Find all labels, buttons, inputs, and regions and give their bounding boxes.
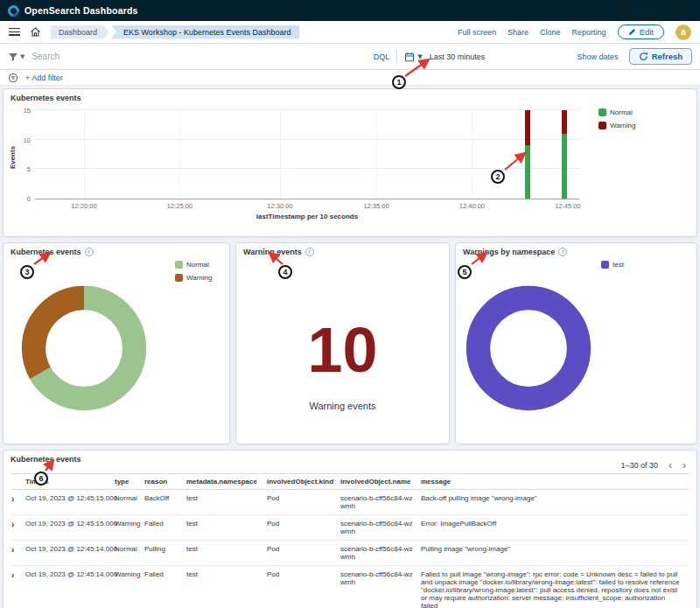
legend-label: Warning: [610, 122, 636, 129]
cell-type: Warning: [115, 566, 144, 608]
full-screen-link[interactable]: Full screen: [458, 28, 496, 37]
y-axis-title: Events: [9, 146, 17, 169]
expand-row-icon[interactable]: ›: [11, 570, 14, 580]
events-table-header-row: Time↓ type reason metadata.namespace inv…: [11, 474, 689, 490]
reporting-link[interactable]: Reporting: [572, 28, 606, 37]
cell-type: Normal: [115, 490, 144, 515]
filter-bar: + Add filter: [0, 70, 700, 86]
filter-icon: [8, 52, 18, 62]
pencil-icon: [628, 28, 636, 36]
date-picker-button[interactable]: ▼: [404, 52, 422, 62]
cell-kind: Pod: [267, 566, 340, 608]
x-tick-label: 12:25:00: [167, 202, 192, 210]
info-icon[interactable]: i: [85, 248, 94, 256]
legend-item-normal[interactable]: Normal: [175, 261, 213, 269]
legend-item-warning[interactable]: Warning: [175, 274, 213, 282]
cell-reason: Failed: [144, 566, 186, 608]
expand-row-icon[interactable]: ›: [11, 520, 14, 529]
edit-label: Edit: [640, 27, 654, 37]
expand-row-icon[interactable]: ›: [11, 545, 14, 555]
cell-time: Oct 19, 2023 @ 12:45:15.000: [25, 490, 115, 515]
y-tick-label: 15: [24, 107, 31, 115]
legend-item-normal[interactable]: Normal: [598, 108, 636, 116]
search-input[interactable]: [32, 52, 366, 61]
annotation-marker-3: 3: [20, 265, 34, 279]
app-brand: OpenSearch Dashboards: [24, 5, 138, 16]
legend-item-test[interactable]: test: [601, 261, 624, 269]
cell-namespace: test: [186, 541, 267, 566]
panel-title-text: Kubernetes events: [10, 455, 81, 464]
next-page-button[interactable]: ›: [682, 461, 686, 470]
x-tick-label: 12:30:00: [267, 202, 292, 210]
add-filter-button[interactable]: + Add filter: [25, 73, 63, 82]
dashboard-content: Kubernetes events Events lastTimestamp p…: [0, 86, 700, 608]
legend-label: Warning: [186, 274, 213, 282]
time-range-value[interactable]: Last 30 minutes: [430, 52, 486, 61]
clone-link[interactable]: Clone: [540, 28, 561, 37]
y-tick-label: 0: [27, 195, 31, 203]
y-tick-label: 5: [27, 165, 31, 173]
breadcrumb-dashboard[interactable]: Dashboard: [51, 25, 108, 39]
refresh-icon: [639, 52, 648, 61]
avatar[interactable]: a: [676, 24, 691, 40]
menu-icon[interactable]: [9, 28, 20, 36]
x-axis-title: lastTimestamp per 10 seconds: [256, 213, 358, 220]
info-icon[interactable]: i: [305, 248, 314, 256]
histogram-bar: [562, 110, 567, 199]
cell-reason: BackOff: [144, 490, 186, 515]
panel-title: Kubernetes events: [4, 89, 696, 107]
filters-menu-icon[interactable]: [8, 73, 18, 83]
header-metadata-namespace[interactable]: metadata.namespace: [186, 474, 267, 490]
legend-label: test: [612, 261, 624, 269]
histogram-plot: lastTimestamp per 10 seconds 05101512:20…: [35, 110, 579, 199]
cell-namespace: test: [186, 515, 267, 541]
refresh-button[interactable]: Refresh: [629, 48, 692, 65]
histogram-bar: [525, 110, 530, 199]
header-reason[interactable]: reason: [144, 474, 186, 490]
events-donut-chart: [16, 280, 152, 416]
cell-kind: Pod: [267, 541, 340, 566]
annotation-marker-4: 4: [278, 265, 292, 279]
home-icon[interactable]: [30, 26, 41, 38]
show-dates-button[interactable]: Show dates: [578, 52, 619, 61]
annotation-marker-6: 6: [34, 472, 48, 486]
divider: [396, 50, 397, 64]
info-icon[interactable]: i: [558, 248, 567, 256]
cell-name: scenario-b-cff56c84-wzwmh: [340, 490, 421, 515]
cell-reason: Pulling: [144, 541, 186, 566]
cell-message: Error: ImagePullBackOff: [421, 515, 689, 541]
y-tick-label: 10: [24, 136, 31, 143]
share-link[interactable]: Share: [508, 28, 528, 37]
nav-actions: Full screen Share Clone Reporting Edit a: [458, 24, 691, 40]
gridline-vertical: [472, 110, 472, 199]
panel-title: Kubernetes events: [4, 451, 696, 468]
annotation-marker-1: 1: [392, 75, 406, 89]
header-involvedobject-name[interactable]: involvedObject.name: [340, 474, 421, 490]
cell-expand: ›: [11, 490, 25, 515]
bar-segment-normal: [562, 134, 567, 199]
edit-button[interactable]: Edit: [618, 24, 664, 39]
legend-swatch: [175, 261, 183, 269]
events-table: Time↓ type reason metadata.namespace inv…: [11, 473, 689, 608]
legend-item-warning[interactable]: Warning: [598, 122, 636, 129]
header-message[interactable]: message: [421, 474, 689, 490]
legend-label: Normal: [610, 108, 633, 116]
calendar-icon: [404, 52, 415, 62]
panel-kubernetes-events-donut: Kubernetes events i NormalWarning: [3, 242, 230, 444]
prev-page-button[interactable]: ‹: [668, 461, 672, 470]
gridline-horizontal: [35, 109, 579, 110]
breadcrumb: Dashboard EKS Workshop - Kubernetes Even…: [51, 25, 299, 39]
cell-reason: Failed: [144, 515, 186, 541]
saved-query-menu-button[interactable]: ▼: [8, 52, 24, 62]
legend-swatch: [601, 261, 609, 269]
header-type[interactable]: type: [115, 474, 144, 490]
gridline-vertical: [568, 110, 569, 199]
breadcrumb-current-dashboard[interactable]: EKS Workshop - Kubernetes Events Dashboa…: [111, 25, 299, 39]
legend-label: Normal: [186, 261, 209, 269]
expand-row-icon[interactable]: ›: [11, 494, 14, 504]
cell-namespace: test: [186, 490, 267, 515]
query-language-button[interactable]: DQL: [374, 52, 390, 61]
header-involvedobject-kind[interactable]: involvedObject.kind: [267, 474, 340, 490]
histogram-legend: NormalWarning: [598, 108, 636, 129]
bar-segment-normal: [525, 145, 530, 199]
